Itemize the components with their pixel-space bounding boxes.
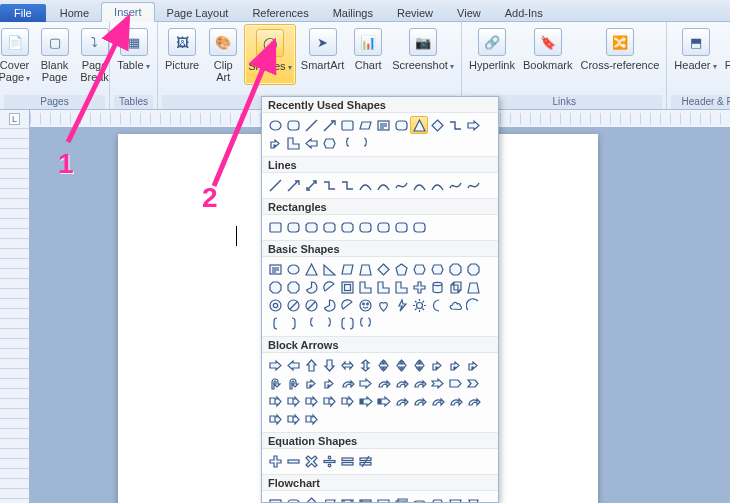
shapes-button[interactable]: ◯Shapes (244, 24, 296, 85)
shape-ar_bent[interactable] (320, 374, 338, 392)
shape-ar_curved[interactable] (374, 374, 392, 392)
shape-fc_multi[interactable] (392, 494, 410, 503)
shape-fc_manop[interactable] (464, 494, 482, 503)
shape-ar_curved[interactable] (464, 392, 482, 410)
shape-eq_neq[interactable] (356, 452, 374, 470)
shape-ar_callr[interactable] (320, 392, 338, 410)
shape-plus[interactable] (410, 278, 428, 296)
shape-hex[interactable] (410, 260, 428, 278)
picture-button[interactable]: 🖼Picture (162, 24, 202, 85)
shape-moon[interactable] (428, 296, 446, 314)
shape-lshape[interactable] (392, 278, 410, 296)
shape-lightning[interactable] (392, 296, 410, 314)
tab-references[interactable]: References (240, 4, 320, 22)
shape-heart[interactable] (374, 296, 392, 314)
shape-ar_callr[interactable] (302, 410, 320, 428)
shape-ar_quad[interactable] (392, 356, 410, 374)
shape-eq_div[interactable] (320, 452, 338, 470)
page-break-button[interactable]: ⤵Page Break (76, 24, 114, 87)
shape-ar_l[interactable] (284, 356, 302, 374)
shape-ar_quad[interactable] (374, 356, 392, 374)
shape-textbox[interactable] (374, 116, 392, 134)
shape-freeform[interactable] (464, 176, 482, 194)
shape-fc_man[interactable] (446, 494, 464, 503)
blank-page-button[interactable]: ▢Blank Page (36, 24, 74, 87)
tab-addins[interactable]: Add-Ins (493, 4, 555, 22)
shape-lbracket[interactable] (266, 314, 284, 332)
shape-ar_uturn[interactable] (266, 374, 284, 392)
shape-frame[interactable] (338, 278, 356, 296)
hyperlink-button[interactable]: 🔗Hyperlink (466, 24, 518, 73)
shape-eq_minus[interactable] (284, 452, 302, 470)
shape-ar_curved[interactable] (446, 392, 464, 410)
table-button[interactable]: ▦Table (114, 24, 153, 75)
shape-ar_callr[interactable] (284, 392, 302, 410)
shape-ar_notch[interactable] (428, 374, 446, 392)
shape-line[interactable] (302, 116, 320, 134)
shape-donut[interactable] (266, 296, 284, 314)
shape-lshape[interactable] (356, 278, 374, 296)
cover-page-button[interactable]: 📄Cover Page (0, 24, 34, 87)
shape-smiley[interactable] (356, 296, 374, 314)
shape-ar_callr[interactable] (302, 392, 320, 410)
shape-ar_ud[interactable] (356, 356, 374, 374)
shape-fc_alt[interactable] (284, 494, 302, 503)
shape-trapez[interactable] (356, 260, 374, 278)
shape-ar_striped[interactable] (374, 392, 392, 410)
shape-oct[interactable] (284, 278, 302, 296)
tab-review[interactable]: Review (385, 4, 445, 22)
shape-para[interactable] (338, 260, 356, 278)
shape-lbrace[interactable] (338, 134, 356, 152)
shape-textbox[interactable] (266, 260, 284, 278)
cross-reference-button[interactable]: 🔀Cross-reference (577, 24, 662, 73)
shape-brace[interactable] (356, 314, 374, 332)
shape-elbow[interactable] (446, 116, 464, 134)
shape-curve[interactable] (374, 176, 392, 194)
shape-fc_prep[interactable] (428, 494, 446, 503)
shape-snip[interactable] (338, 218, 356, 236)
shape-ar_d[interactable] (320, 356, 338, 374)
shape-rect[interactable] (266, 218, 284, 236)
shape-diamond[interactable] (374, 260, 392, 278)
shape-eq_eq[interactable] (338, 452, 356, 470)
shape-ar_curved[interactable] (428, 392, 446, 410)
shape-oct[interactable] (446, 260, 464, 278)
shape-tri[interactable] (410, 116, 428, 134)
shape-ar_lr[interactable] (338, 356, 356, 374)
shape-snip[interactable] (302, 218, 320, 236)
shape-hex[interactable] (428, 260, 446, 278)
shape-fc_proc[interactable] (266, 494, 284, 503)
shape-diamond[interactable] (428, 116, 446, 134)
shape-oct[interactable] (266, 278, 284, 296)
shape-fc_io[interactable] (320, 494, 338, 503)
shape-rbrace[interactable] (320, 314, 338, 332)
vertical-ruler[interactable] (0, 128, 30, 503)
shape-chord[interactable] (338, 296, 356, 314)
shape-ar_bent[interactable] (302, 374, 320, 392)
shape-elbow[interactable] (338, 176, 356, 194)
tab-mailings[interactable]: Mailings (321, 4, 385, 22)
shape-ar_curved[interactable] (410, 374, 428, 392)
shape-rbracket[interactable] (284, 314, 302, 332)
shape-ar_curved[interactable] (392, 374, 410, 392)
shape-dblarrow[interactable] (302, 176, 320, 194)
shape-tri[interactable] (302, 260, 320, 278)
tab-page-layout[interactable]: Page Layout (155, 4, 241, 22)
shape-eq_mult[interactable] (302, 452, 320, 470)
shape-ar_curved[interactable] (338, 374, 356, 392)
shape-oval[interactable] (284, 260, 302, 278)
shape-ar_callr[interactable] (266, 410, 284, 428)
tab-file[interactable]: File (0, 4, 46, 22)
shape-fc_predef[interactable] (338, 494, 356, 503)
shape-pent[interactable] (392, 260, 410, 278)
shape-curve[interactable] (356, 176, 374, 194)
shape-fc_doc[interactable] (374, 494, 392, 503)
shape-lshape[interactable] (284, 134, 302, 152)
shape-ar_curved[interactable] (392, 392, 410, 410)
bookmark-button[interactable]: 🔖Bookmark (520, 24, 576, 73)
shape-rrect[interactable] (284, 116, 302, 134)
shape-rrect[interactable] (392, 218, 410, 236)
shape-ar_bent[interactable] (464, 356, 482, 374)
shape-pie[interactable] (302, 278, 320, 296)
shape-trapez[interactable] (464, 278, 482, 296)
